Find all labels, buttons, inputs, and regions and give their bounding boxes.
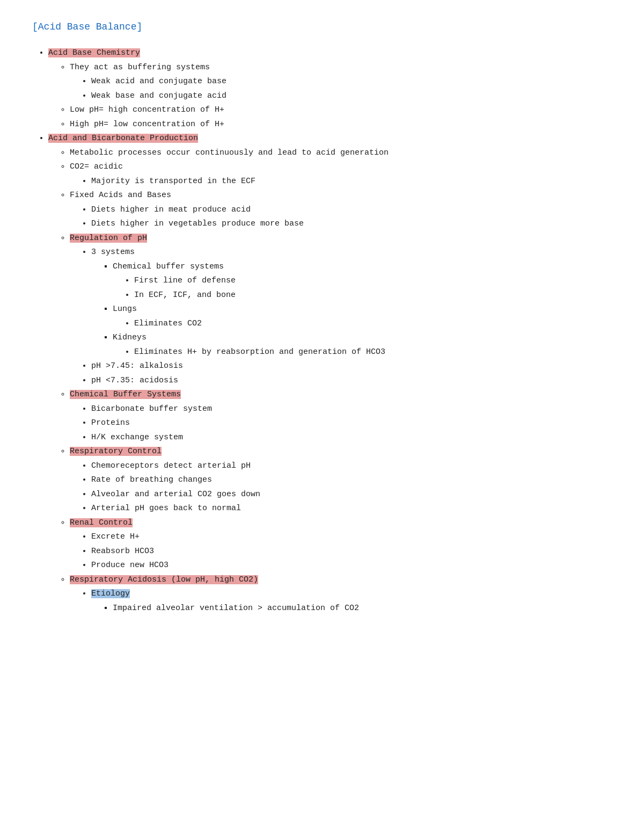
fixed-acids-children: Diets higher in meat produce acid Diets … [70, 204, 612, 230]
high-ph-label: High pH= low concentration of H+ [70, 120, 224, 129]
list-item-ph-alkalosis: pH >7.45: alkalosis [91, 360, 612, 373]
rate-breathing-label: Rate of breathing changes [91, 475, 212, 484]
ph-acidosis-label: pH <7.35: acidosis [91, 376, 178, 385]
lungs-children: Eliminates CO2 [113, 318, 612, 330]
ph-alkalosis-label: pH >7.45: alkalosis [91, 361, 183, 371]
etiology-children: Impaired alveolar ventilation > accumula… [91, 603, 612, 615]
renal-control-label: Renal Control [70, 518, 133, 527]
eliminates-co2-label: Eliminates CO2 [134, 319, 202, 328]
list-item-proteins: Proteins [91, 417, 612, 430]
list-item-three-systems: 3 systems Chemical buffer systems First … [91, 246, 612, 358]
acid-bicarbonate-label: Acid and Bicarbonate Production [48, 134, 198, 143]
low-ph-label: Low pH= high concentration of H+ [70, 105, 224, 114]
co2-acidic-label: CO2= acidic [70, 162, 123, 171]
list-item-metabolic: Metabolic processes occur continuously a… [70, 147, 612, 159]
list-item-rate-breathing: Rate of breathing changes [91, 474, 612, 487]
list-item-respiratory-acidosis: Respiratory Acidosis (low pH, high CO2) … [70, 574, 612, 615]
in-ecf-label: In ECF, ICF, and bone [134, 291, 236, 300]
metabolic-label: Metabolic processes occur continuously a… [70, 148, 389, 157]
first-line-label: First line of defense [134, 276, 236, 285]
regulation-ph-children: 3 systems Chemical buffer systems First … [70, 246, 612, 387]
produce-hco3-label: Produce new HCO3 [91, 561, 169, 570]
list-item-low-ph: Low pH= high concentration of H+ [70, 104, 612, 117]
list-item-respiratory-control: Respiratory Control Chemoreceptors detec… [70, 446, 612, 515]
impaired-alveolar-label: Impaired alveolar ventilation > accumula… [113, 604, 359, 613]
chemoreceptors-label: Chemoreceptors detect arterial pH [91, 461, 251, 470]
alveolar-co2-label: Alveolar and arterial CO2 goes down [91, 490, 260, 499]
weak-acid-label: Weak acid and conjugate base [91, 77, 226, 86]
list-item-alveolar-co2: Alveolar and arterial CO2 goes down [91, 489, 612, 501]
list-item-arterial-ph-normal: Arterial pH goes back to normal [91, 503, 612, 515]
kidneys-label: Kidneys [113, 333, 147, 342]
acid-base-chemistry-label: Acid Base Chemistry [48, 48, 140, 57]
hk-exchange-label: H/K exchange system [91, 433, 183, 442]
three-systems-children: Chemical buffer systems First line of de… [91, 261, 612, 359]
proteins-label: Proteins [91, 418, 130, 427]
list-item-renal-control: Renal Control Excrete H+ Reabsorb HCO3 P… [70, 517, 612, 572]
cbs-sub-children: First line of defense In ECF, ICF, and b… [113, 275, 612, 301]
respiratory-acidosis-children: Etiology Impaired alveolar ventilation >… [70, 588, 612, 614]
reabsorb-hco3-label: Reabsorb HCO3 [91, 547, 154, 556]
list-item-lungs: Lungs Eliminates CO2 [113, 303, 612, 330]
list-item-first-line: First line of defense [134, 275, 612, 287]
cbs-sub-label: Chemical buffer systems [113, 262, 224, 271]
list-item-reabsorb-hco3: Reabsorb HCO3 [91, 546, 612, 558]
excrete-hplus-label: Excrete H+ [91, 532, 140, 541]
buffering-systems-children: Weak acid and conjugate base Weak base a… [70, 76, 612, 102]
co2-acidic-children: Majority is transported in the ECF [70, 176, 612, 188]
list-item-kidneys: Kidneys Eliminates H+ by reabsorption an… [113, 332, 612, 358]
list-item-cbs-sub: Chemical buffer systems First line of de… [113, 261, 612, 302]
eliminates-hplus-label: Eliminates H+ by reabsorption and genera… [134, 347, 385, 357]
list-item-fixed-acids: Fixed Acids and Bases Diets higher in me… [70, 190, 612, 230]
list-item-chemoreceptors: Chemoreceptors detect arterial pH [91, 460, 612, 473]
list-item-etiology: Etiology Impaired alveolar ventilation >… [91, 588, 612, 614]
list-item-diets-meat: Diets higher in meat produce acid [91, 204, 612, 216]
respiratory-control-children: Chemoreceptors detect arterial pH Rate o… [70, 460, 612, 515]
chemical-buffer-systems-children: Bicarbonate buffer system Proteins H/K e… [70, 403, 612, 444]
weak-base-label: Weak base and conjugate acid [91, 91, 226, 100]
list-item-excrete-hplus: Excrete H+ [91, 531, 612, 543]
majority-ecf-label: Majority is transported in the ECF [91, 177, 255, 186]
diets-vegetables-label: Diets higher in vegetables produce more … [91, 219, 304, 228]
list-item-chemical-buffer-systems: Chemical Buffer Systems Bicarbonate buff… [70, 389, 612, 444]
list-item-eliminates-hplus: Eliminates H+ by reabsorption and genera… [134, 346, 612, 359]
list-item-eliminates-co2: Eliminates CO2 [134, 318, 612, 330]
list-item-buffering-systems: They act as buffering systems Weak acid … [70, 62, 612, 103]
page-title: [Acid Base Balance] [32, 21, 612, 32]
lungs-label: Lungs [113, 304, 137, 314]
three-systems-label: 3 systems [91, 248, 135, 257]
list-item-co2-acidic: CO2= acidic Majority is transported in t… [70, 161, 612, 187]
list-item-impaired-alveolar: Impaired alveolar ventilation > accumula… [113, 603, 612, 615]
list-item-ph-acidosis: pH <7.35: acidosis [91, 375, 612, 387]
list-item-produce-hco3: Produce new HCO3 [91, 560, 612, 572]
acid-bicarbonate-children: Metabolic processes occur continuously a… [48, 147, 612, 615]
list-item-bicarbonate-buffer: Bicarbonate buffer system [91, 403, 612, 416]
main-list: Acid Base Chemistry They act as bufferin… [32, 47, 612, 614]
respiratory-control-label: Respiratory Control [70, 447, 162, 456]
list-item-diets-vegetables: Diets higher in vegetables produce more … [91, 218, 612, 230]
list-item-majority-ecf: Majority is transported in the ECF [91, 176, 612, 188]
list-item-hk-exchange: H/K exchange system [91, 432, 612, 444]
list-item-regulation-ph: Regulation of pH 3 systems Chemical buff… [70, 233, 612, 387]
regulation-ph-label: Regulation of pH [70, 234, 147, 243]
chemical-buffer-systems-label: Chemical Buffer Systems [70, 390, 181, 399]
list-item-in-ecf: In ECF, ICF, and bone [134, 289, 612, 302]
list-item-weak-acid: Weak acid and conjugate base [91, 76, 612, 88]
respiratory-acidosis-label: Respiratory Acidosis (low pH, high CO2) [70, 575, 258, 584]
kidneys-children: Eliminates H+ by reabsorption and genera… [113, 346, 612, 359]
list-item-high-ph: High pH= low concentration of H+ [70, 119, 612, 131]
list-item-weak-base: Weak base and conjugate acid [91, 90, 612, 103]
list-item-acid-bicarbonate: Acid and Bicarbonate Production Metaboli… [48, 133, 612, 614]
diets-meat-label: Diets higher in meat produce acid [91, 205, 251, 214]
list-item-acid-base-chemistry: Acid Base Chemistry They act as bufferin… [48, 47, 612, 130]
fixed-acids-label: Fixed Acids and Bases [70, 191, 171, 200]
arterial-ph-normal-label: Arterial pH goes back to normal [91, 504, 241, 513]
buffering-systems-label: They act as buffering systems [70, 63, 210, 72]
etiology-label: Etiology [91, 589, 130, 598]
renal-control-children: Excrete H+ Reabsorb HCO3 Produce new HCO… [70, 531, 612, 572]
bicarbonate-buffer-label: Bicarbonate buffer system [91, 404, 212, 414]
acid-base-chemistry-children: They act as buffering systems Weak acid … [48, 62, 612, 131]
